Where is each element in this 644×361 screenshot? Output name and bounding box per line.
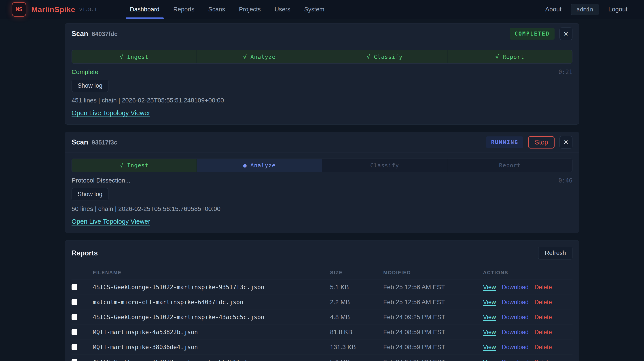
scan-card-body: √ Ingest ● Analyze Classify Report Proto… [65, 153, 579, 233]
nav-tab-scans[interactable]: Scans [201, 0, 232, 19]
reports-table: FILENAME SIZE MODIFIED ACTIONS 4SICS-Gee… [72, 265, 572, 361]
view-link[interactable]: View [483, 284, 496, 291]
delete-link[interactable]: Delete [534, 359, 552, 361]
scan-status-row: Complete 0:21 [72, 68, 572, 76]
delete-link[interactable]: Delete [534, 284, 552, 291]
scan-elapsed-timer: 0:46 [558, 177, 572, 184]
nav-tab-users[interactable]: Users [268, 0, 298, 19]
brand-group: MS MarlinSpike v1.8.1 [0, 0, 97, 19]
row-checkbox[interactable] [72, 299, 77, 305]
view-link[interactable]: View [483, 359, 496, 361]
close-icon: ✕ [563, 139, 568, 146]
download-link[interactable]: Download [502, 284, 528, 291]
scan-id: 93517f3c [92, 139, 117, 146]
nav-tab-system[interactable]: System [298, 0, 332, 19]
stage-analyze: ● Analyze [197, 159, 322, 172]
delete-link[interactable]: Delete [534, 344, 552, 351]
nav-tab-projects[interactable]: Projects [232, 0, 268, 19]
open-topology-viewer-link[interactable]: Open Live Topology Viewer [72, 218, 150, 225]
reports-table-header-row: FILENAME SIZE MODIFIED ACTIONS [72, 265, 572, 280]
pipeline-stage-bar: √ Ingest ● Analyze Classify Report [72, 158, 572, 172]
scan-card-body: √ Ingest √ Analyze √ Classify √ Report C… [65, 44, 579, 124]
refresh-button[interactable]: Refresh [538, 247, 572, 260]
table-row: 4SICS-GeekLounge-151022-marlinspike-b635… [72, 355, 572, 361]
nav-tab-dashboard[interactable]: Dashboard [123, 0, 166, 19]
stage-report: √ Report [448, 50, 572, 63]
filename-column-header: FILENAME [93, 265, 330, 280]
scan-card-header: Scan 93517f3c RUNNING Stop ✕ [65, 132, 579, 153]
view-link[interactable]: View [483, 329, 496, 336]
nav-tab-reports[interactable]: Reports [166, 0, 202, 19]
report-filename: MQTT-marlinspike-4a53822b.json [93, 329, 198, 336]
stage-classify: Classify [322, 159, 448, 172]
table-row: MQTT-marlinspike-38036de4.json 131.3 KB … [72, 340, 572, 355]
reports-card: Reports Refresh FILENAME SIZE MODIFIED A… [64, 240, 580, 361]
logout-link[interactable]: Logout [608, 6, 628, 13]
download-link[interactable]: Download [502, 344, 528, 351]
scan-card-running: Scan 93517f3c RUNNING Stop ✕ √ Ingest ● … [64, 132, 580, 233]
report-filename: 4SICS-GeekLounge-151022-marlinspike-9351… [93, 284, 264, 290]
stage-ingest: √ Ingest [72, 159, 197, 172]
delete-link[interactable]: Delete [534, 329, 552, 336]
scan-status-text: Protocol Dissection... [72, 177, 130, 184]
scan-elapsed-timer: 0:21 [558, 69, 572, 76]
scan-id: 64037fdc [92, 31, 118, 38]
table-row: malcolm-micro-ctf-marlinspike-64037fdc.j… [72, 295, 572, 310]
row-actions: View Download Delete [483, 359, 572, 361]
download-link[interactable]: Download [502, 299, 528, 306]
delete-link[interactable]: Delete [534, 299, 552, 306]
report-size: 5.1 KB [330, 284, 349, 290]
delete-link[interactable]: Delete [534, 314, 552, 321]
report-modified: Feb 24 08:59 PM EST [383, 344, 445, 350]
scan-status-row: Protocol Dissection... 0:46 [72, 177, 572, 184]
current-user-chip[interactable]: admin [571, 4, 599, 15]
pipeline-stage-bar: √ Ingest √ Analyze √ Classify √ Report [72, 50, 572, 64]
stop-scan-button[interactable]: Stop [528, 136, 554, 148]
close-scan-button[interactable]: ✕ [560, 136, 572, 148]
row-checkbox[interactable] [72, 284, 77, 290]
report-modified: Feb 25 12:56 AM EST [383, 284, 445, 290]
stage-report: Report [448, 159, 572, 172]
scan-title: Scan 93517f3c [72, 138, 117, 146]
report-filename: 4SICS-GeekLounge-151022-marlinspike-b635… [93, 359, 264, 361]
row-actions: View Download Delete [483, 329, 572, 336]
download-link[interactable]: Download [502, 359, 528, 361]
download-link[interactable]: Download [502, 329, 528, 336]
row-checkbox[interactable] [72, 359, 77, 361]
row-actions: View Download Delete [483, 314, 572, 321]
view-link[interactable]: View [483, 344, 496, 351]
close-icon: ✕ [563, 30, 568, 38]
view-link[interactable]: View [483, 314, 496, 321]
row-actions: View Download Delete [483, 284, 572, 291]
report-modified: Feb 24 07:35 PM EST [383, 358, 445, 361]
nav-right-group: About admin Logout [545, 0, 644, 19]
top-navbar: MS MarlinSpike v1.8.1 Dashboard Reports … [0, 0, 644, 19]
row-checkbox[interactable] [72, 314, 77, 320]
report-size: 5.3 MB [330, 358, 350, 361]
scan-header-actions: COMPLETED ✕ [510, 28, 572, 40]
table-row: MQTT-marlinspike-4a53822b.json 81.8 KB F… [72, 325, 572, 340]
app-logo[interactable]: MS [12, 2, 26, 17]
scan-title: Scan 64037fdc [72, 30, 118, 38]
row-checkbox[interactable] [72, 329, 77, 335]
table-row: 4SICS-GeekLounge-151022-marlinspike-9351… [72, 280, 572, 295]
report-modified: Feb 25 12:56 AM EST [383, 298, 445, 306]
logo-monogram: MS [16, 6, 22, 12]
stage-classify: √ Classify [322, 50, 448, 63]
view-link[interactable]: View [483, 299, 496, 306]
report-filename: MQTT-marlinspike-38036de4.json [93, 344, 198, 350]
show-log-button[interactable]: Show log [72, 188, 108, 200]
download-link[interactable]: Download [502, 314, 528, 321]
open-topology-viewer-link[interactable]: Open Live Topology Viewer [72, 109, 150, 117]
show-log-button[interactable]: Show log [72, 80, 108, 92]
about-link[interactable]: About [545, 6, 562, 13]
row-checkbox[interactable] [72, 344, 77, 350]
brand-name: MarlinSpike [31, 5, 75, 14]
scan-meta-line: 50 lines | chain | 2026-02-25T05:56:15.7… [72, 205, 572, 212]
stage-ingest: √ Ingest [72, 50, 197, 63]
scan-title-label: Scan [72, 30, 88, 38]
report-modified: Feb 24 09:25 PM EST [383, 314, 445, 320]
report-size: 2.2 MB [330, 298, 350, 306]
reports-header: Reports Refresh [65, 240, 579, 264]
close-scan-button[interactable]: ✕ [560, 28, 572, 40]
